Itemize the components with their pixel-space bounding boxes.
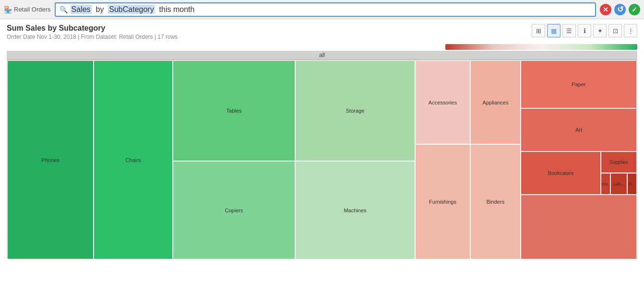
search-bar[interactable]: 🔍 Sales by SubCategory this month bbox=[55, 2, 596, 17]
cell-chairs[interactable]: Chairs bbox=[94, 60, 173, 259]
chart-title: Sum Sales by Subcategory bbox=[7, 24, 178, 33]
table-view-button[interactable]: ⊞ bbox=[532, 24, 545, 37]
col-tables-copiers: Tables Copiers bbox=[173, 60, 295, 259]
col-tiny-cells: Supplies Env... Lab... F... bbox=[601, 151, 637, 195]
search-icon: 🔍 bbox=[60, 6, 68, 13]
pin-button[interactable]: ✦ bbox=[593, 24, 607, 37]
store-icon: 🏪 bbox=[4, 6, 12, 13]
treemap-right-col: Accessories Furnishings Appliances Binde… bbox=[415, 60, 637, 259]
cell-lab[interactable]: Lab... bbox=[610, 173, 627, 195]
legend-bar-container bbox=[7, 44, 637, 50]
info-button[interactable]: ℹ bbox=[578, 24, 591, 37]
cell-bookcases[interactable]: Bookcases bbox=[521, 151, 601, 195]
legend-color-bar bbox=[445, 44, 637, 50]
content-area: Sum Sales by Subcategory Order Date Nov … bbox=[0, 19, 644, 259]
cell-bottom-extra bbox=[521, 195, 637, 259]
cell-supplies[interactable]: Supplies bbox=[601, 151, 637, 173]
cell-copiers[interactable]: Copiers bbox=[173, 161, 295, 259]
cell-phones[interactable]: Phones bbox=[7, 60, 94, 259]
cell-accessories[interactable]: Accessories bbox=[415, 60, 470, 144]
cell-appliances[interactable]: Appliances bbox=[470, 60, 521, 144]
cell-binders[interactable]: Binders bbox=[470, 144, 521, 259]
chart-header: Sum Sales by Subcategory Order Date Nov … bbox=[7, 24, 178, 44]
bar-view-button[interactable]: ▦ bbox=[547, 24, 561, 37]
toolbar: ⊞ ▦ ☰ ℹ ✦ ⊡ ⋮ bbox=[532, 24, 637, 37]
cell-machines[interactable]: Machines bbox=[295, 161, 415, 259]
treemap-all-label: all bbox=[7, 51, 637, 60]
save-button[interactable]: ⊡ bbox=[608, 24, 622, 37]
search-title: Sales by SubCategory this month bbox=[71, 5, 195, 14]
header-bar: 🏪 Retail Orders 🔍 Sales by SubCategory t… bbox=[0, 0, 644, 19]
row-bookcases: Bookcases Supplies Env... bbox=[521, 151, 637, 195]
app-label: 🏪 Retail Orders bbox=[4, 6, 51, 13]
cell-env[interactable]: Env... bbox=[601, 173, 610, 195]
header-actions: ✕ ↺ ✓ bbox=[600, 4, 640, 15]
cell-furnishings[interactable]: Furnishings bbox=[415, 144, 470, 259]
cell-storage[interactable]: Storage bbox=[295, 60, 415, 161]
row-tiny: Env... Lab... F... bbox=[601, 173, 637, 195]
more-button[interactable]: ⋮ bbox=[624, 24, 637, 37]
refresh-button[interactable]: ↺ bbox=[614, 4, 626, 15]
confirm-button[interactable]: ✓ bbox=[629, 4, 640, 15]
treemap: Phones Chairs Tables Copiers Storage bbox=[7, 60, 637, 259]
list-view-button[interactable]: ☰ bbox=[562, 24, 576, 37]
treemap-wrapper: all Phones Chairs Tables Copiers bbox=[7, 51, 637, 259]
close-button[interactable]: ✕ bbox=[600, 4, 611, 15]
col-small-cells: Paper Art Bookcases Supplies bbox=[521, 60, 637, 259]
cell-tables[interactable]: Tables bbox=[173, 60, 295, 161]
cell-paper[interactable]: Paper bbox=[521, 60, 637, 108]
treemap-mid-col: Storage Machines bbox=[295, 60, 415, 259]
chart-subtitle: Order Date Nov 1-30, 2018 | From Dataset… bbox=[7, 34, 178, 40]
col-accessories-furnishings: Accessories Furnishings bbox=[415, 60, 470, 259]
col-appliances-binders: Appliances Binders bbox=[470, 60, 521, 259]
cell-f[interactable]: F... bbox=[627, 173, 637, 195]
highlight-sales: Sales bbox=[71, 5, 92, 14]
cell-art[interactable]: Art bbox=[521, 108, 637, 151]
highlight-subcategory: SubCategory bbox=[108, 5, 155, 14]
treemap-left-col: Phones Chairs Tables Copiers bbox=[7, 60, 295, 259]
